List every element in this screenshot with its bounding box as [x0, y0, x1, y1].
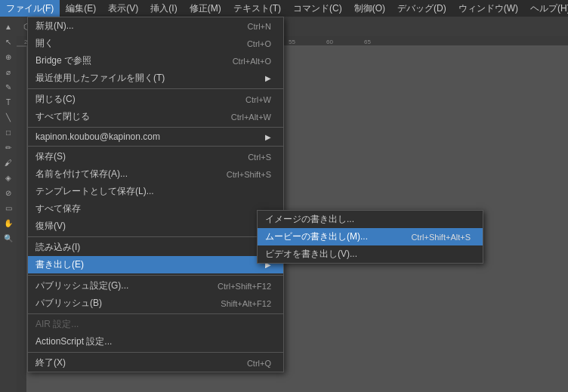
pencil-tool-icon[interactable]: ✏ [2, 140, 15, 154]
menu-view[interactable]: 表示(V) [102, 0, 144, 17]
menu-revert[interactable]: 復帰(V) [28, 218, 283, 235]
sep-1 [28, 88, 283, 89]
menu-open[interactable]: 開く Ctrl+O [28, 35, 283, 52]
menu-window[interactable]: ウィンドウ(W) [452, 0, 524, 17]
sep-4 [28, 236, 283, 237]
submenu-export-movie[interactable]: ムービーの書き出し(M)... Ctrl+Shift+Alt+S [258, 228, 483, 245]
menu-text[interactable]: テキスト(T) [227, 0, 287, 17]
menu-save-as[interactable]: 名前を付けて保存(A)... Ctrl+Shift+S [28, 165, 283, 183]
brush-tool-icon[interactable]: 🖌 [2, 156, 15, 169]
hand-tool-icon[interactable]: ✋ [2, 216, 15, 230]
menu-export[interactable]: 書き出し(E) ▶ [28, 256, 283, 273]
menu-publish[interactable]: パブリッシュ(B) Shift+Alt+F12 [28, 295, 283, 312]
left-toolbar: ▲ ↖ ⊕ ⌀ ✎ T ╲ □ ✏ 🖌 ◈ ⊘ ▭ ✋ 🔍 [0, 17, 17, 392]
menu-save-all[interactable]: すべて保存 [28, 200, 283, 218]
subselect-tool-icon[interactable]: ↖ [2, 35, 15, 48]
menu-edit[interactable]: 編集(E) [60, 0, 102, 17]
text-tool-icon[interactable]: T [2, 95, 15, 109]
svg-text:55: 55 [289, 39, 295, 45]
eyedropper-icon[interactable]: ⊘ [2, 186, 15, 199]
ruler-vertical [17, 47, 27, 392]
svg-text:65: 65 [364, 39, 371, 45]
menu-recent[interactable]: 最近使用したファイルを開く(T) ▶ [28, 69, 283, 87]
sep-5 [28, 275, 283, 276]
menu-publish-settings[interactable]: パブリッシュ設定(G)... Ctrl+Shift+F12 [28, 277, 283, 295]
paint-bucket-icon[interactable]: ◈ [2, 171, 15, 184]
menu-bridge[interactable]: Bridge で参照 Ctrl+Alt+O [28, 52, 283, 69]
zoom-tool-icon[interactable]: 🔍 [2, 231, 15, 245]
lasso-tool-icon[interactable]: ⌀ [2, 65, 15, 79]
submenu-export-video[interactable]: ビデオを書き出し(V)... [258, 245, 483, 263]
menu-exit[interactable]: 終了(X) Ctrl+Q [28, 354, 283, 372]
sep-2 [28, 127, 283, 128]
menu-save[interactable]: 保存(S) Ctrl+S [28, 148, 283, 165]
menu-new[interactable]: 新規(N)... Ctrl+N [28, 17, 283, 35]
rect-tool-icon[interactable]: □ [2, 125, 15, 139]
menu-file[interactable]: ファイル(F) [0, 0, 60, 17]
file-menu-dropdown: 新規(N)... Ctrl+N 開く Ctrl+O Bridge で参照 Ctr… [27, 17, 284, 372]
menu-account[interactable]: kapinon.koubou@kapinon.com ▶ [28, 129, 283, 144]
menu-modify[interactable]: 修正(M) [184, 0, 227, 17]
pen-tool-icon[interactable]: ✎ [2, 80, 15, 94]
eraser-tool-icon[interactable]: ▭ [2, 201, 15, 215]
submenu-export-image[interactable]: イメージの書き出し... [258, 211, 483, 228]
menu-help[interactable]: ヘルプ(H) [524, 0, 568, 17]
svg-text:60: 60 [326, 39, 333, 45]
sep-7 [28, 352, 283, 353]
arrow-tool-icon[interactable]: ▲ [2, 20, 15, 33]
free-transform-icon[interactable]: ⊕ [2, 50, 15, 63]
menu-close[interactable]: 閉じる(C) Ctrl+W [28, 91, 283, 108]
menu-import[interactable]: 読み込み(I) ▶ [28, 239, 283, 256]
menu-close-all[interactable]: すべて閉じる Ctrl+Alt+W [28, 108, 283, 125]
sep-6 [28, 313, 283, 314]
menu-actionscript-settings[interactable]: ActionScript 設定... [28, 333, 283, 350]
menu-debug[interactable]: デバッグ(D) [391, 0, 452, 17]
menubar: ファイル(F) 編集(E) 表示(V) 挿入(I) 修正(M) テキスト(T) … [0, 0, 568, 17]
line-tool-icon[interactable]: ╲ [2, 110, 15, 124]
menu-save-template[interactable]: テンプレートとして保存(L)... [28, 183, 283, 200]
export-submenu: イメージの書き出し... ムービーの書き出し(M)... Ctrl+Shift+… [257, 210, 483, 264]
menu-air-settings: AIR 設定... [28, 316, 283, 333]
menu-insert[interactable]: 挿入(I) [144, 0, 183, 17]
menu-commands[interactable]: コマンド(C) [287, 0, 348, 17]
sep-3 [28, 146, 283, 147]
menu-control[interactable]: 制御(O) [348, 0, 391, 17]
